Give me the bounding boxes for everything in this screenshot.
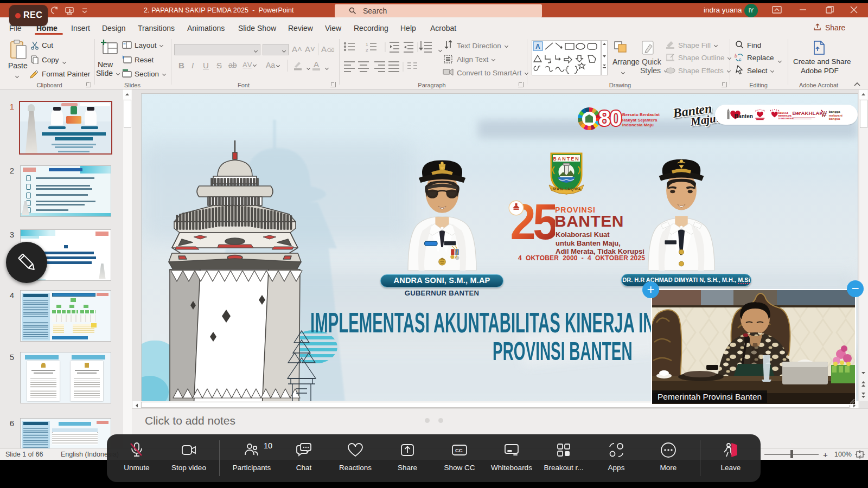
- svg-text:melayani: melayani: [829, 114, 843, 117]
- svg-text:2: 2: [366, 48, 368, 53]
- svg-text:IMAN TAQWA: IMAN TAQWA: [551, 187, 581, 191]
- svg-text:DI INDONESIA: DI INDONESIA: [778, 117, 794, 120]
- svg-text:b: b: [735, 53, 737, 59]
- svg-text:BANTEN: BANTEN: [553, 156, 580, 162]
- svg-text:bangga: bangga: [829, 110, 841, 113]
- svg-text:BerAKHLAK: BerAKHLAK: [793, 110, 824, 116]
- svg-text:Banten: Banten: [735, 113, 753, 119]
- svg-text:A: A: [535, 43, 540, 50]
- svg-text:CC: CC: [455, 447, 463, 453]
- svg-text:1: 1: [366, 42, 368, 47]
- svg-text:c: c: [739, 57, 742, 62]
- svg-text:bangsa: bangsa: [829, 117, 840, 120]
